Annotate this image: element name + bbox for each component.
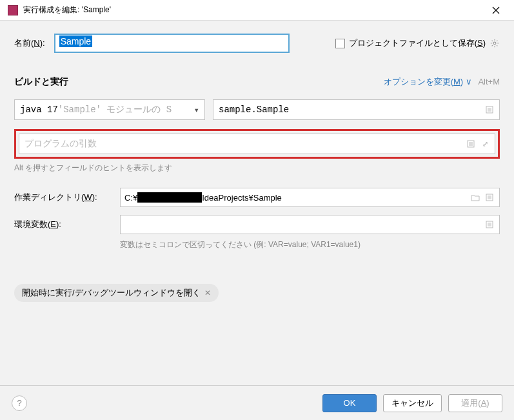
redacted-segment [137, 192, 202, 203]
expand-icon[interactable]: ⤢ [479, 138, 491, 150]
close-button[interactable] [486, 0, 506, 21]
workdir-input[interactable]: C:¥IdeaProjects¥Sample [120, 188, 500, 207]
store-label: プロジェクトファイルとして保存(S) [349, 37, 486, 49]
modify-options[interactable]: オプションを変更(M) ∨ Alt+M [384, 76, 500, 88]
gear-icon[interactable] [489, 38, 500, 48]
window-title: 実行構成を編集: 'Sample' [23, 5, 486, 15]
program-args-input[interactable]: プログラムの引数 ⤢ [19, 134, 495, 154]
cancel-button[interactable]: キャンセル [383, 394, 442, 412]
chevron-down-icon: ▾ [194, 105, 199, 115]
folder-icon[interactable] [470, 192, 481, 203]
section-title: ビルドと実行 [14, 76, 68, 88]
svg-point-0 [493, 42, 496, 45]
shortcut-label: Alt+M [478, 77, 500, 86]
list-icon[interactable] [484, 192, 495, 203]
env-input[interactable] [120, 215, 500, 234]
content-area: 名前(N): Sample プロジェクトファイルとして保存(S) ビルドと実行 … [0, 21, 514, 310]
ok-button[interactable]: OK [322, 394, 377, 412]
list-icon[interactable] [484, 104, 495, 115]
program-args-highlight: プログラムの引数 ⤢ [14, 129, 500, 159]
workdir-label: 作業ディレクトリ(W): [14, 192, 111, 203]
jdk-select[interactable]: java 17 'Sample' モジュールの S ▾ [14, 99, 205, 120]
main-class-input[interactable]: sample.Sample [213, 99, 500, 120]
name-label: 名前(N): [14, 37, 45, 49]
apply-button[interactable]: 適用(A) [448, 394, 502, 412]
env-hint: 変数はセミコロンで区切ってください (例: VAR=value; VAR1=va… [120, 239, 361, 250]
store-checkbox[interactable] [335, 39, 345, 48]
list-icon[interactable] [465, 138, 477, 150]
env-label: 環境変数(E): [14, 219, 111, 230]
help-button[interactable]: ? [12, 395, 27, 411]
name-input[interactable]: Sample [54, 34, 290, 53]
app-icon [8, 5, 18, 15]
list-icon[interactable] [484, 219, 495, 230]
chip-remove-icon[interactable]: ✕ [204, 288, 211, 297]
titlebar: 実行構成を編集: 'Sample' [0, 0, 514, 21]
hint-text: Alt を押すとフィールドのヒントを表示します [14, 163, 500, 174]
open-tool-window-chip[interactable]: 開始時に実行/デバッグツールウィンドウを開く ✕ [14, 284, 219, 302]
footer: ? OK キャンセル 適用(A) [0, 385, 514, 420]
